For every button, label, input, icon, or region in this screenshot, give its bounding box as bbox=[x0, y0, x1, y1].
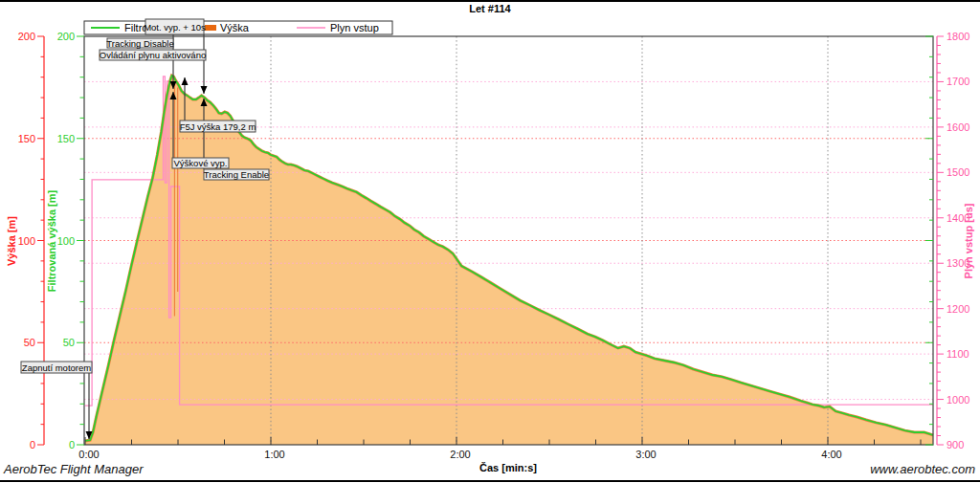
svg-text:1200: 1200 bbox=[947, 303, 969, 315]
annotation-box[interactable]: Zapnutí motorem bbox=[21, 362, 92, 373]
legend-swatch-raw bbox=[205, 25, 216, 31]
annotation-label: Ovládání plynu aktivováno bbox=[100, 50, 206, 60]
website-link[interactable]: www.aerobtec.com bbox=[870, 462, 975, 476]
svg-text:0:00: 0:00 bbox=[78, 449, 99, 460]
legend-label-throttle: Plyn vstup bbox=[330, 22, 379, 33]
svg-text:1100: 1100 bbox=[947, 348, 969, 360]
svg-text:50: 50 bbox=[63, 337, 75, 348]
svg-text:50: 50 bbox=[24, 337, 35, 348]
svg-text:3:00: 3:00 bbox=[635, 449, 656, 460]
svg-text:4:00: 4:00 bbox=[821, 449, 841, 460]
annotation-box[interactable]: Tracking Enable bbox=[204, 169, 269, 180]
legend-label-raw: Výška bbox=[220, 22, 250, 33]
svg-text:150: 150 bbox=[18, 133, 35, 144]
annotation-label: Zapnutí motorem bbox=[22, 362, 91, 373]
annotation-arrowhead-down bbox=[201, 86, 208, 94]
flight-manager-window: Let #114 050100150200Výška [m]0501001502… bbox=[0, 0, 980, 483]
svg-text:900: 900 bbox=[947, 439, 964, 450]
svg-text:1:00: 1:00 bbox=[264, 449, 284, 460]
svg-text:150: 150 bbox=[57, 133, 75, 144]
annotation-box[interactable]: Tracking Disable bbox=[106, 38, 173, 49]
bottom-border bbox=[0, 480, 980, 482]
flight-chart-plot[interactable]: 050100150200Výška [m]050100150200Filtrov… bbox=[0, 0, 980, 483]
svg-text:1800: 1800 bbox=[947, 31, 969, 42]
axis-altitude-red: 050100150200Výška [m] bbox=[6, 31, 44, 450]
svg-text:0: 0 bbox=[69, 439, 75, 450]
svg-text:Filtrovaná výška [m]: Filtrovaná výška [m] bbox=[46, 189, 57, 292]
svg-text:100: 100 bbox=[18, 235, 35, 247]
svg-text:1500: 1500 bbox=[947, 166, 969, 178]
svg-text:200: 200 bbox=[57, 31, 75, 42]
annotation-label: Tracking Enable bbox=[204, 169, 269, 180]
svg-text:200: 200 bbox=[18, 31, 35, 42]
annotation-box[interactable]: Mot. vyp. + 10s bbox=[144, 19, 206, 34]
annotation-label: Výškové vyp. bbox=[174, 158, 228, 168]
annotation-label: Tracking Disable bbox=[106, 38, 173, 49]
annotation-label: F5J výška 179,2 m bbox=[180, 121, 256, 132]
annotation-label: Mot. vyp. + 10s bbox=[144, 22, 206, 33]
annotation-box[interactable]: Ovládání plynu aktivováno bbox=[100, 50, 206, 60]
svg-text:1700: 1700 bbox=[947, 76, 969, 87]
legend: Filtrovaná výškaVýškaPlyn vstup bbox=[84, 21, 392, 34]
svg-text:Plyn vstup [us]: Plyn vstup [us] bbox=[963, 203, 974, 278]
axis-throttle-pink: 900100011001200130014001500160017001800P… bbox=[937, 31, 974, 450]
annotation-box[interactable]: F5J výška 179,2 m bbox=[180, 121, 256, 132]
svg-text:1000: 1000 bbox=[947, 394, 969, 406]
svg-text:100: 100 bbox=[57, 235, 75, 247]
annotation-box[interactable]: Výškové vyp. bbox=[172, 158, 229, 168]
svg-text:Čas [min:s]: Čas [min:s] bbox=[479, 462, 537, 473]
svg-text:Výška [m]: Výška [m] bbox=[6, 216, 17, 266]
svg-text:2:00: 2:00 bbox=[450, 449, 470, 460]
svg-text:1600: 1600 bbox=[947, 121, 969, 133]
app-name-label: AerobTec Flight Manager bbox=[4, 462, 144, 476]
svg-text:0: 0 bbox=[30, 439, 35, 450]
